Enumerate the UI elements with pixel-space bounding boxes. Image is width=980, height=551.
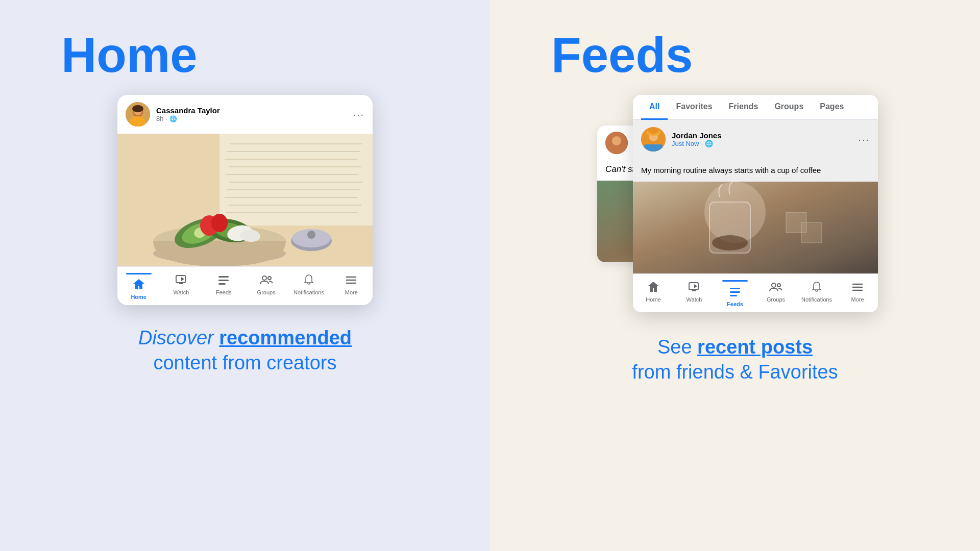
nav-groups[interactable]: Groups <box>245 271 287 302</box>
svg-rect-37 <box>218 283 226 285</box>
feeds-nav-feeds-label: Feeds <box>727 301 743 307</box>
feeds-nav-home-label: Home <box>646 296 660 303</box>
svg-rect-3 <box>130 120 146 127</box>
svg-point-55 <box>712 235 748 251</box>
feeds-nav-more[interactable]: More <box>837 278 878 309</box>
post-meta: 8h · 🌐 <box>156 115 347 122</box>
svg-point-64 <box>772 283 776 287</box>
svg-rect-63 <box>730 295 737 296</box>
feeds-nav-groups-label: Groups <box>767 296 785 303</box>
nav-watch-label: Watch <box>174 289 189 295</box>
post-time: 8h <box>156 115 163 122</box>
right-panel: Feeds Gila 7min Can't stop <box>490 0 980 551</box>
gila-avatar <box>605 132 628 154</box>
privacy-icon: 🌐 <box>169 115 177 122</box>
svg-rect-36 <box>218 280 229 281</box>
jordan-post-header: Jordan Jones Just Now · 🌐 ··· <box>633 120 878 159</box>
left-panel: Home Cassandra Taylor 8h · 🌐 <box>0 0 490 551</box>
jordan-name: Jordan Jones <box>672 131 852 140</box>
post-header: Cassandra Taylor 8h · 🌐 ··· <box>117 95 373 134</box>
home-bottom-nav: Home Watch Feeds Groups Notifications <box>117 266 373 305</box>
more-options-dots[interactable]: ··· <box>353 109 364 120</box>
post-user-info: Cassandra Taylor 8h · 🌐 <box>156 106 347 122</box>
svg-point-26 <box>211 214 228 232</box>
svg-rect-62 <box>730 291 740 293</box>
feeds-bottom-rest: from friends & Favorites <box>632 361 838 383</box>
jordan-time: Just Now <box>672 140 699 147</box>
svg-rect-45 <box>608 148 625 154</box>
svg-rect-51 <box>644 144 663 152</box>
svg-marker-59 <box>694 284 697 288</box>
svg-rect-34 <box>179 283 183 284</box>
nav-home-label: Home <box>131 294 146 300</box>
feeds-bottom-bold: recent posts <box>697 336 813 358</box>
svg-point-65 <box>777 284 780 287</box>
jordan-post-text: My morning routine always starts with a … <box>633 159 878 182</box>
svg-point-44 <box>612 136 621 145</box>
tab-all[interactable]: All <box>641 95 668 120</box>
svg-rect-61 <box>730 288 740 289</box>
svg-rect-60 <box>692 290 696 291</box>
tab-pages[interactable]: Pages <box>812 95 852 120</box>
svg-rect-57 <box>801 222 822 243</box>
main-feed-card: All Favorites Friends Groups Pages <box>633 95 878 312</box>
svg-point-5 <box>132 105 143 112</box>
feeds-card-container: Gila 7min Can't stop <box>592 95 878 314</box>
nav-groups-label: Groups <box>257 289 276 295</box>
jordan-privacy: 🌐 <box>705 140 713 147</box>
feeds-nav-watch-label: Watch <box>687 296 702 303</box>
nav-more[interactable]: More <box>330 271 373 302</box>
svg-point-50 <box>648 129 658 134</box>
dot-separator: · <box>165 115 167 122</box>
nav-feeds-label: Feeds <box>216 289 232 295</box>
feeds-bottom-normal: See <box>657 336 697 358</box>
feeds-nav-watch[interactable]: Watch <box>674 278 715 309</box>
svg-marker-33 <box>181 277 184 281</box>
svg-point-38 <box>262 276 266 280</box>
home-phone-card: Cassandra Taylor 8h · 🌐 ··· <box>117 95 373 305</box>
feeds-nav-groups[interactable]: Groups <box>755 278 796 309</box>
feeds-nav-notifications-label: Notifications <box>801 296 832 303</box>
feeds-tabs: All Favorites Friends Groups Pages <box>633 95 878 120</box>
tab-favorites[interactable]: Favorites <box>668 95 720 120</box>
tab-friends[interactable]: Friends <box>721 95 767 120</box>
svg-point-39 <box>268 277 271 280</box>
svg-rect-7 <box>219 134 373 226</box>
feeds-bottom-nav: Home Watch Feeds Groups <box>633 273 878 312</box>
tab-groups[interactable]: Groups <box>766 95 812 120</box>
jordan-meta: Just Now · 🌐 <box>672 140 852 147</box>
jordan-more-dots[interactable]: ··· <box>858 134 870 145</box>
nav-notifications[interactable]: Notifications <box>287 271 330 302</box>
cassandra-name: Cassandra Taylor <box>156 106 347 115</box>
nav-more-label: More <box>345 289 358 295</box>
jordan-user-info: Jordan Jones Just Now · 🌐 <box>672 131 852 147</box>
bottom-text-italic: Discover <box>138 327 219 348</box>
feeds-nav-home[interactable]: Home <box>633 278 674 309</box>
nav-watch[interactable]: Watch <box>160 271 202 302</box>
bottom-text-bold: recommended <box>219 327 352 348</box>
feeds-title: Feeds <box>551 31 693 80</box>
svg-rect-35 <box>218 276 229 278</box>
nav-notifications-label: Notifications <box>293 289 324 295</box>
cassandra-avatar <box>126 102 150 127</box>
nav-home[interactable]: Home <box>117 271 160 302</box>
jordan-avatar <box>641 127 666 152</box>
home-title: Home <box>61 31 198 80</box>
bottom-text-rest: content from creators <box>153 352 336 373</box>
svg-point-31 <box>307 231 315 239</box>
home-bottom-text: Discover recommended content from creato… <box>108 325 382 376</box>
jordan-post-image <box>633 182 878 273</box>
feeds-nav-more-label: More <box>851 296 864 303</box>
nav-feeds[interactable]: Feeds <box>203 271 245 302</box>
feeds-nav-feeds[interactable]: Feeds <box>715 278 755 309</box>
feeds-nav-notifications[interactable]: Notifications <box>796 278 837 309</box>
feeds-bottom-text: See recent posts from friends & Favorite… <box>601 335 868 385</box>
post-image <box>117 134 373 266</box>
